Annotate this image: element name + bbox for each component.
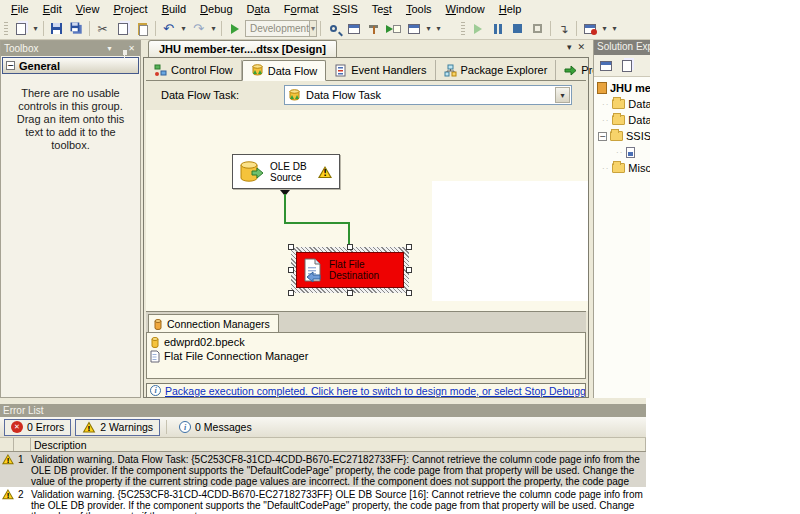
properties-window-button[interactable]: [344, 20, 363, 38]
redo-button[interactable]: ↷: [189, 20, 208, 38]
error-list-title: Error List: [0, 404, 646, 417]
save-all-button[interactable]: [67, 20, 86, 38]
show-all-files-button[interactable]: [618, 57, 636, 74]
breakpoints-window-icon: [584, 24, 596, 34]
warning-row[interactable]: ! 1 Validation warning. Data Flow Task: …: [0, 452, 646, 487]
toolbar2-overflow[interactable]: ▾: [610, 20, 619, 38]
window-layout-dropdown[interactable]: ▾: [424, 20, 433, 38]
warning-number: 1: [18, 454, 31, 465]
description-column-header[interactable]: Description: [31, 438, 646, 451]
event-handlers-icon: [334, 64, 347, 77]
warnings-filter-button[interactable]: ! 2 Warnings: [75, 419, 160, 436]
collapse-icon[interactable]: −: [6, 61, 15, 70]
menu-edit[interactable]: Edit: [36, 1, 69, 17]
document-close-icon[interactable]: ✕: [577, 42, 585, 52]
copy-button[interactable]: [113, 20, 132, 38]
cut-button[interactable]: ✂: [93, 20, 112, 38]
properties-button[interactable]: [597, 57, 615, 74]
toolbox-close-icon[interactable]: ✕: [126, 44, 137, 53]
tree-item-folder-expanded[interactable]: − SSIS: [594, 128, 650, 144]
pause-button[interactable]: [488, 20, 507, 38]
tree-collapse-icon[interactable]: −: [598, 132, 607, 141]
messages-filter-button[interactable]: i 0 Messages: [173, 419, 258, 436]
debug-windows-dropdown[interactable]: ▾: [600, 20, 609, 38]
restart-button[interactable]: [528, 20, 547, 38]
find-button[interactable]: [324, 20, 343, 38]
document-tab[interactable]: JHU member-ter....dtsx [Design]: [148, 40, 337, 57]
step-button[interactable]: ↴: [554, 20, 573, 38]
debug-toolbar-grip[interactable]: [461, 22, 465, 36]
stop-debug-button[interactable]: [508, 20, 527, 38]
undo-dropdown[interactable]: ▾: [179, 20, 188, 38]
undo-button[interactable]: ↶: [159, 20, 178, 38]
menu-debug[interactable]: Debug: [193, 1, 239, 17]
continue-button[interactable]: [468, 20, 487, 38]
flat-file-connection-icon: [150, 350, 160, 363]
tab-control-flow[interactable]: Control Flow: [146, 60, 242, 80]
toolbox-group-general[interactable]: − General: [2, 57, 139, 74]
selection-handle-ne[interactable]: [406, 244, 412, 250]
tab-event-handlers[interactable]: Event Handlers: [326, 60, 435, 80]
paste-button[interactable]: [133, 20, 152, 38]
document-list-dropdown[interactable]: ▾: [567, 42, 572, 52]
tab-data-flow[interactable]: Data Flow: [242, 60, 327, 81]
errors-filter-button[interactable]: ✕ 0 Errors: [4, 419, 71, 436]
connection-manager-item[interactable]: Flat File Connection Manager: [150, 349, 582, 363]
white-overlay-region: [432, 181, 588, 301]
ole-db-source-box[interactable]: OLE DB Source !: [232, 154, 340, 189]
number-column-header[interactable]: [14, 438, 31, 451]
menu-file[interactable]: File: [4, 1, 36, 17]
tree-item-folder[interactable]: ·· Misc: [594, 160, 650, 176]
selection-handle-w[interactable]: [288, 267, 294, 273]
add-item-dropdown[interactable]: ▾: [31, 20, 40, 38]
save-button[interactable]: [47, 20, 66, 38]
tree-item-folder[interactable]: ·· Data: [594, 112, 650, 128]
redo-dropdown[interactable]: ▾: [209, 20, 218, 38]
toolbar1-overflow[interactable]: ▾: [434, 20, 443, 38]
tree-item-project[interactable]: JHU me: [594, 80, 650, 96]
deploy-button[interactable]: [384, 20, 403, 38]
flat-file-destination-selection[interactable]: Flat File Destination: [291, 247, 409, 293]
selection-handle-sw[interactable]: [288, 290, 294, 296]
design-surface[interactable]: OLE DB Source !: [146, 110, 588, 311]
menu-data[interactable]: Data: [240, 1, 277, 17]
configuration-combo[interactable]: Development ▾: [245, 20, 317, 37]
tools-icon: [368, 23, 380, 35]
connection-managers-list: edwprd02.bpeck Flat File Connection Mana…: [146, 332, 586, 379]
tools-button[interactable]: [364, 20, 383, 38]
combo-dropdown-icon[interactable]: ▾: [555, 87, 570, 103]
connection-manager-item[interactable]: edwprd02.bpeck: [150, 335, 582, 349]
info-icon: i: [150, 385, 161, 396]
add-item-button[interactable]: [11, 20, 30, 38]
selection-handle-nw[interactable]: [288, 244, 294, 250]
menu-ssis[interactable]: SSIS: [326, 1, 365, 17]
tab-package-explorer[interactable]: Package Explorer: [436, 60, 557, 80]
start-debug-button[interactable]: [225, 20, 244, 38]
menu-project[interactable]: Project: [106, 1, 154, 17]
selection-handle-se[interactable]: [406, 290, 412, 296]
menu-tools[interactable]: Tools: [399, 1, 439, 17]
flat-file-destination-box[interactable]: Flat File Destination: [296, 252, 404, 288]
data-flow-task-combo[interactable]: Data Flow Task ▾: [284, 85, 572, 105]
menu-test[interactable]: Test: [365, 1, 399, 17]
menu-view[interactable]: View: [69, 1, 107, 17]
window-layout-button[interactable]: [404, 20, 423, 38]
breakpoints-button[interactable]: [580, 20, 599, 38]
toolbox-menu-dropdown[interactable]: ▾: [104, 44, 115, 53]
tree-item-folder[interactable]: ·· Data: [594, 96, 650, 112]
selection-handle-s[interactable]: [347, 290, 353, 296]
selection-handle-n[interactable]: [347, 244, 353, 250]
menu-build[interactable]: Build: [155, 1, 193, 17]
icon-column-header[interactable]: [0, 438, 14, 451]
selection-handle-e[interactable]: [406, 267, 412, 273]
tree-item-package[interactable]: ··: [594, 144, 650, 160]
menu-help[interactable]: Help: [492, 1, 529, 17]
switch-to-design-mode-link[interactable]: Package execution completed. Click here …: [165, 385, 586, 397]
connection-managers-tab[interactable]: Connection Managers: [148, 314, 279, 333]
toolbar-grip[interactable]: [4, 22, 8, 36]
menu-format[interactable]: Format: [277, 1, 326, 17]
error-list-panel: Error List ✕ 0 Errors ! 2 Warnings i 0 M…: [0, 398, 646, 514]
warning-row[interactable]: ! 2 Validation warning. {5C253CF8-31CD-4…: [0, 487, 646, 514]
menu-window[interactable]: Window: [439, 1, 492, 17]
folder-icon: [612, 99, 625, 109]
